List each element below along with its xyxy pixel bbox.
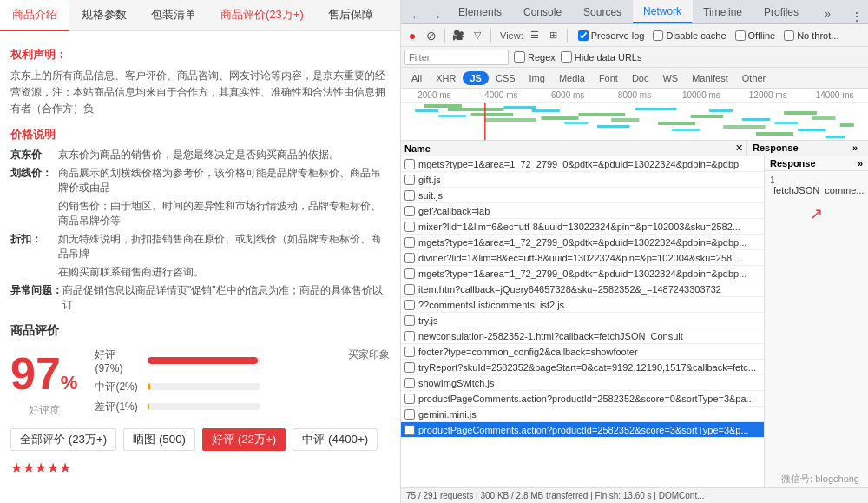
net-row-checkbox-16[interactable] <box>404 409 415 420</box>
filter-good[interactable]: 好评 (22万+) <box>202 428 286 451</box>
type-doc[interactable]: Doc <box>625 71 656 85</box>
type-js[interactable]: JS <box>463 71 488 85</box>
net-row-10[interactable]: try.js <box>401 313 764 328</box>
type-all[interactable]: All <box>404 71 429 85</box>
net-row-14[interactable]: showImgSwitch.js <box>401 375 764 391</box>
offline-checkbox[interactable] <box>735 30 746 41</box>
devtools-back-icon[interactable]: ← <box>408 10 425 23</box>
net-row-checkbox-5[interactable] <box>404 237 415 248</box>
stop-button[interactable]: ⊘ <box>424 28 439 43</box>
preserve-log-checkbox[interactable] <box>578 30 589 41</box>
net-row-7[interactable]: mgets?type=1&area=1_72_2799_0&pdtk=&pdui… <box>401 266 764 281</box>
type-xhr[interactable]: XHR <box>429 71 463 85</box>
net-row-8[interactable]: item.htm?callback=jQuery64657328&sku=258… <box>401 281 764 297</box>
type-manifest[interactable]: Manifest <box>685 71 735 85</box>
hide-data-urls-label[interactable]: Hide data URLs <box>561 51 642 63</box>
net-row-checkbox-1[interactable] <box>404 175 415 185</box>
net-row-11[interactable]: newconsulation-2582352-1.html?callback=f… <box>401 328 764 344</box>
filter-medium[interactable]: 中评 (4400+) <box>293 428 378 451</box>
net-row-checkbox-2[interactable] <box>404 190 415 201</box>
response-line-number: 1 <box>770 175 775 185</box>
tab-network[interactable]: Network <box>633 0 693 23</box>
rating-number: 97% <box>10 347 77 400</box>
camera-button[interactable]: 🎥 <box>450 28 466 43</box>
net-row-0[interactable]: mgets?type=1&area=1_72_2799_0&pdtk=&pdui… <box>401 156 764 172</box>
tab------23---[interactable]: 商品评价(23万+) <box>208 0 316 30</box>
net-row-9[interactable]: ??commentsList/commentsList2.js <box>401 297 764 313</box>
type-other[interactable]: Other <box>735 71 773 85</box>
offline-label[interactable]: Offline <box>735 30 776 41</box>
net-row-13[interactable]: tryReport?skuId=2582352&pageStart=0&cat=… <box>401 360 764 375</box>
net-row-checkbox-10[interactable] <box>404 315 415 326</box>
no-throttle-label[interactable]: No throt... <box>784 30 838 41</box>
rating-filter-row[interactable]: 全部评价 (23万+) 晒图 (500) 好评 (22万+) 中评 (4400+… <box>10 428 390 451</box>
net-row-checkbox-11[interactable] <box>404 331 415 341</box>
svg-rect-10 <box>578 113 625 116</box>
net-row-16[interactable]: gemini.mini.js <box>401 407 764 422</box>
svg-rect-23 <box>798 129 825 131</box>
net-row-checkbox-7[interactable] <box>404 268 415 279</box>
net-row-checkbox-9[interactable] <box>404 300 415 310</box>
view-list-button[interactable]: ☰ <box>527 28 542 43</box>
net-row-15[interactable]: productPageComments.action?productId=258… <box>401 391 764 407</box>
devtools-dock-icon[interactable]: ⋮ <box>851 10 863 23</box>
header-close[interactable]: ✕ <box>735 142 743 154</box>
no-throttle-checkbox[interactable] <box>784 30 794 41</box>
tab-----[interactable]: 规格参数 <box>69 0 139 30</box>
type-media[interactable]: Media <box>552 71 592 85</box>
response-more-icon[interactable]: » <box>858 158 863 169</box>
disable-cache-label[interactable]: Disable cache <box>653 30 726 41</box>
net-row-12[interactable]: footer?type=common_config2&callback=show… <box>401 344 764 360</box>
devtools-forward-icon[interactable]: → <box>427 10 444 23</box>
net-row-checkbox-0[interactable] <box>404 159 415 169</box>
type-css[interactable]: CSS <box>489 71 523 85</box>
header-more[interactable]: » <box>851 141 868 156</box>
regex-checkbox[interactable] <box>514 51 525 63</box>
hide-data-urls-checkbox[interactable] <box>561 51 572 63</box>
regex-checkbox-label[interactable]: Regex <box>514 51 556 63</box>
tab-----[interactable]: 售后保障 <box>316 0 385 30</box>
net-row-6[interactable]: diviner?lid=1&lim=8&ec=utf-8&uuid=130223… <box>401 250 764 266</box>
net-row-3[interactable]: get?callback=lab <box>401 203 764 219</box>
record-button[interactable]: ● <box>404 28 420 43</box>
net-row-checkbox-12[interactable] <box>404 347 415 357</box>
net-row-checkbox-17[interactable] <box>404 425 415 435</box>
tl-4000: 4000 ms <box>468 90 535 100</box>
net-row-checkbox-15[interactable] <box>404 394 415 404</box>
tab-more[interactable]: » <box>818 4 838 23</box>
tab-console[interactable]: Console <box>513 0 573 23</box>
net-row-checkbox-3[interactable] <box>404 206 415 216</box>
tab-----[interactable]: 商品介绍 <box>0 0 69 31</box>
net-row-5[interactable]: mgets?type=1&area=1_72_2799_0&pdtk=&pdui… <box>401 235 764 250</box>
tab-elements[interactable]: Elements <box>448 0 513 23</box>
filter-photo[interactable]: 晒图 (500) <box>123 428 195 451</box>
net-row-checkbox-14[interactable] <box>404 378 415 388</box>
net-row-1[interactable]: gift.js <box>401 172 764 188</box>
tab-profiles[interactable]: Profiles <box>753 0 810 23</box>
tab-sources[interactable]: Sources <box>573 0 633 23</box>
view-grid-button[interactable]: ⊞ <box>546 28 562 43</box>
filter-input[interactable] <box>404 50 509 65</box>
net-row-2[interactable]: suit.js <box>401 188 764 203</box>
filter-button[interactable]: ▽ <box>470 28 485 43</box>
net-row-checkbox-6[interactable] <box>404 253 415 263</box>
net-row-checkbox-8[interactable] <box>404 284 415 295</box>
price-row-line: 划线价： 商品展示的划横线价格为参考价，该价格可能是品牌专柜标价、商品吊牌价或由… <box>10 166 390 195</box>
tab-timeline[interactable]: Timeline <box>693 0 753 23</box>
disable-cache-checkbox[interactable] <box>653 30 663 41</box>
tab-----[interactable]: 包装清单 <box>139 0 208 30</box>
price-row-jd: 京东价 京东价为商品的销售价，是您最终决定是否购买商品的依据。 <box>10 148 390 162</box>
preserve-log-label[interactable]: Preserve log <box>578 30 645 41</box>
net-row-17[interactable]: productPageComments.action?productId=258… <box>401 422 764 438</box>
filter-all[interactable]: 全部评价 (23万+) <box>10 428 116 451</box>
type-ws[interactable]: WS <box>655 71 685 85</box>
bar-label-medium: 中评(2%) <box>95 380 142 394</box>
bar-fill-low <box>148 403 148 410</box>
type-font[interactable]: Font <box>592 71 625 85</box>
svg-rect-19 <box>742 118 770 121</box>
type-img[interactable]: Img <box>523 71 552 85</box>
net-row-checkbox-13[interactable] <box>404 362 415 373</box>
net-row-checkbox-4[interactable] <box>404 222 415 232</box>
svg-rect-12 <box>611 118 639 122</box>
net-row-4[interactable]: mixer?lid=1&lim=6&ec=utf-8&uuid=13022324… <box>401 219 764 235</box>
